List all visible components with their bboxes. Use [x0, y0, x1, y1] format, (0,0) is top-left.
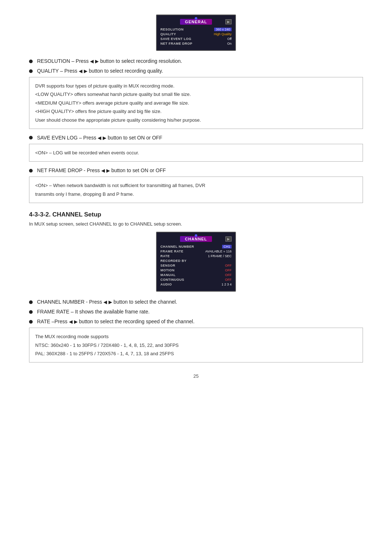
left-arrow-icon2: ◀: [79, 68, 82, 75]
right-arrow-icon3: ▶: [103, 134, 106, 142]
quality-value: High Quality: [214, 32, 232, 36]
quality-info-line5: User should choose the appropriate pictu…: [35, 116, 357, 124]
channel-continuous-label: CONTINUOUS: [160, 278, 184, 281]
channel-manual-label: MANUAL: [160, 273, 176, 277]
net-frame-drop-value: On: [227, 42, 232, 45]
channel-number-bullet-text: CHANNEL NUMBER - Press ◀ ▶ button to sel…: [37, 298, 177, 306]
general-row-resolution: RESOLUTION 360 x 240: [160, 28, 232, 31]
screen-corner-button: ▶: [225, 19, 232, 24]
quality-info-line2: <LOW QUALITY> offers somewhat harsh pict…: [35, 90, 357, 98]
quality-label: QUALITY: [160, 32, 176, 36]
save-log-info-box: <ON> – LOG will be recorded when events …: [29, 144, 363, 162]
channel-title: CHANNEL: [180, 236, 212, 242]
channel-setup-heading: 4-3-3-2. CHANNEL Setup: [29, 211, 363, 218]
quality-bullet: QUALITY – Press ◀ ▶ button to select rec…: [29, 67, 363, 75]
bullet-dot-channel: [29, 300, 33, 304]
channel-sensor-value: OFF: [225, 264, 232, 267]
channel-frame-rate-label: FRAME RATE: [160, 250, 183, 253]
resolution-value: 360 x 240: [214, 28, 232, 31]
channel-screen-dot: [195, 234, 197, 237]
net-frame-info-box: <ON> – When network bandwidth is not suf…: [29, 177, 363, 203]
channel-corner-button: ▶: [225, 236, 232, 242]
save-log-info-text: <ON> – LOG will be recorded when events …: [35, 149, 357, 157]
left-arrow-icon: ◀: [90, 58, 94, 65]
mux-info-line2: NTSC: 360x240 - 1 to 30FPS / 720X480 - 1…: [35, 341, 357, 349]
channel-rate-value: 1 FRAME / SEC: [208, 254, 232, 258]
bullet-dot-rate: [29, 320, 33, 324]
channel-motion-label: MOTION: [160, 268, 175, 272]
resolution-label: RESOLUTION: [160, 28, 184, 31]
channel-rate-label: RATE: [160, 254, 170, 258]
save-event-log-label: SAVE EVENT LOG: [160, 37, 191, 41]
quality-info-line3: <MEDIUM QUALITY> offers average picture …: [35, 99, 357, 107]
channel-row-recorded-by: RECORDED BY: [160, 259, 232, 263]
quality-info-line4: <HIGH QUALITY> offers fine picture quali…: [35, 107, 357, 116]
channel-row-manual: MANUAL OFF: [160, 273, 232, 277]
bullet-dot-save: [29, 136, 33, 139]
right-arrow-icon2: ▶: [84, 68, 87, 75]
general-row-quality: QUALITY High Quality: [160, 32, 232, 36]
net-frame-info-line2: transmits only I frame, dropping B and P…: [35, 190, 357, 198]
channel-row-sensor: SENSOR OFF: [160, 264, 232, 267]
resolution-bullet: RESOLUTION – Press ◀ ▶ button to select …: [29, 57, 363, 65]
save-even-log-bullet: SAVE EVEN LOG – Press ◀ ▶ button to set …: [29, 134, 363, 142]
channel-number-value: CH1: [222, 245, 232, 248]
quality-bullet-text: QUALITY – Press ◀ ▶ button to select rec…: [37, 67, 163, 75]
channel-manual-value: OFF: [225, 273, 232, 277]
channel-row-number: CHANNEL NUMBER CH1: [160, 245, 232, 248]
page-number: 25: [29, 373, 363, 379]
general-title: GENERAL: [180, 19, 212, 25]
channel-setup-subtext: In MUX setup screen, select CHANNEL to g…: [29, 221, 363, 227]
frame-rate-bullet: FRAME RATE – It shows the available fram…: [29, 308, 363, 316]
channel-recorded-by-label: RECORDED BY: [160, 259, 187, 263]
bullet-dot-quality: [29, 69, 33, 73]
left-arrow-icon5: ◀: [103, 299, 107, 306]
channel-continuous-value: OFF: [225, 278, 232, 281]
channel-motion-value: OFF: [225, 268, 232, 272]
channel-sensor-label: SENSOR: [160, 264, 175, 267]
rate-bullet: RATE –Press ◀ ▶ button to select the rec…: [29, 318, 363, 325]
left-arrow-icon3: ◀: [98, 134, 101, 142]
quality-info-box: DVR supports four types of picture quali…: [29, 77, 363, 129]
right-arrow-icon4: ▶: [106, 167, 110, 174]
general-row-net-frame-drop: NET FRAME DROP On: [160, 42, 232, 45]
save-event-log-value: Off: [227, 37, 232, 41]
resolution-bullet-text: RESOLUTION – Press ◀ ▶ button to select …: [37, 57, 182, 65]
net-frame-info-line1: <ON> – When network bandwidth is not suf…: [35, 181, 357, 190]
general-screen-mockup: GENERAL ▶ RESOLUTION 360 x 240 QUALITY H…: [156, 15, 236, 51]
channel-number-label: CHANNEL NUMBER: [160, 245, 194, 248]
net-frame-drop-bullet-text: NET FRAME DROP - Press ◀ ▶ button to set…: [37, 167, 166, 174]
right-arrow-icon5: ▶: [109, 299, 112, 306]
frame-rate-bullet-text: FRAME RATE – It shows the available fram…: [37, 308, 150, 316]
channel-number-bullet: CHANNEL NUMBER - Press ◀ ▶ button to sel…: [29, 298, 363, 306]
bullet-dot-frame-rate: [29, 310, 33, 314]
channel-audio-value: 1 2 3 4: [221, 283, 232, 286]
mux-info-line1: The MUX recording mode supports: [35, 332, 357, 341]
right-arrow-icon6: ▶: [74, 318, 78, 325]
channel-frame-rate-value: AVAILABLE = 116: [205, 250, 232, 253]
bullet-dot-net: [29, 169, 33, 173]
channel-row-frame-rate: FRAME RATE AVAILABLE = 116: [160, 250, 232, 253]
general-row-save-event-log: SAVE EVENT LOG Off: [160, 37, 232, 41]
mux-info-box: The MUX recording mode supports NTSC: 36…: [29, 328, 363, 362]
channel-row-motion: MOTION OFF: [160, 268, 232, 272]
screen-dot: [195, 17, 197, 20]
mux-info-line3: PAL: 360X288 - 1 to 25FPS / 720X576 - 1,…: [35, 349, 357, 358]
channel-row-continuous: CONTINUOUS OFF: [160, 278, 232, 281]
quality-info-line1: DVR supports four types of picture quali…: [35, 82, 357, 90]
channel-screen-mockup: CHANNEL ▶ CHANNEL NUMBER CH1 FRAME RATE …: [156, 232, 236, 292]
bullet-dot-resolution: [29, 60, 33, 63]
net-frame-drop-bullet: NET FRAME DROP - Press ◀ ▶ button to set…: [29, 167, 363, 174]
save-log-bullet-text: SAVE EVEN LOG – Press ◀ ▶ button to set …: [37, 134, 162, 142]
left-arrow-icon6: ◀: [69, 318, 73, 325]
rate-bullet-text: RATE –Press ◀ ▶ button to select the rec…: [37, 318, 195, 325]
channel-row-audio: AUDIO 1 2 3 4: [160, 283, 232, 286]
channel-audio-label: AUDIO: [160, 283, 172, 286]
channel-row-rate: RATE 1 FRAME / SEC: [160, 254, 232, 258]
right-arrow-icon: ▶: [95, 58, 99, 65]
left-arrow-icon4: ◀: [101, 167, 105, 174]
net-frame-drop-label: NET FRAME DROP: [160, 42, 192, 45]
